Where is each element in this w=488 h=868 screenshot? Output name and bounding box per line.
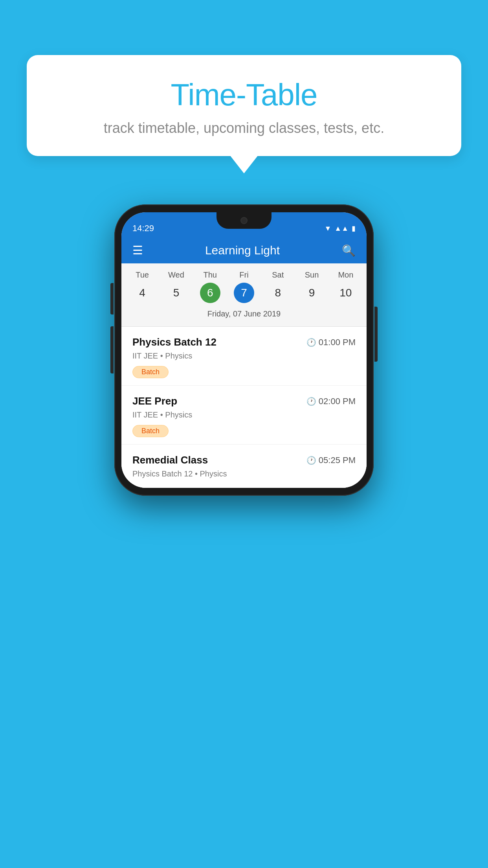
schedule-item-3-title: Remedial Class xyxy=(132,454,208,466)
tooltip-title: Time-Table xyxy=(50,77,438,113)
signal-icon: ▲▲ xyxy=(334,224,349,233)
schedule-item-2-time: 🕐 02:00 PM xyxy=(306,396,356,406)
tooltip-subtitle: track timetable, upcoming classes, tests… xyxy=(50,120,438,136)
wifi-icon: ▼ xyxy=(325,224,332,233)
day-label-mon: Mon xyxy=(329,270,363,280)
day-4[interactable]: 4 xyxy=(132,283,152,303)
day-label-sat: Sat xyxy=(261,270,295,280)
schedule-item-3-sub: Physics Batch 12 • Physics xyxy=(132,469,356,478)
schedule-item-3-header: Remedial Class 🕐 05:25 PM xyxy=(132,454,356,466)
phone-button-left2 xyxy=(110,326,114,373)
day-numbers: 4 5 6 7 8 9 10 xyxy=(125,283,363,303)
battery-icon: ▮ xyxy=(352,224,356,233)
phone-camera xyxy=(240,217,248,224)
day-6-today[interactable]: 6 xyxy=(200,283,220,303)
schedule-item-1-header: Physics Batch 12 🕐 01:00 PM xyxy=(132,336,356,348)
schedule-item-2[interactable]: JEE Prep 🕐 02:00 PM IIT JEE • Physics Ba… xyxy=(121,386,367,445)
clock-icon-1: 🕐 xyxy=(306,338,316,347)
phone-button-left1 xyxy=(110,283,114,314)
schedule-item-3[interactable]: Remedial Class 🕐 05:25 PM Physics Batch … xyxy=(121,445,367,488)
schedule-item-2-title: JEE Prep xyxy=(132,395,177,407)
day-label-tue: Tue xyxy=(125,270,159,280)
schedule-list: Physics Batch 12 🕐 01:00 PM IIT JEE • Ph… xyxy=(121,327,367,488)
schedule-item-1-time: 🕐 01:00 PM xyxy=(306,337,356,348)
phone-button-right xyxy=(374,307,378,362)
schedule-item-2-badge: Batch xyxy=(132,425,169,437)
status-time: 14:29 xyxy=(132,223,154,234)
schedule-item-3-time: 🕐 05:25 PM xyxy=(306,455,356,465)
day-10[interactable]: 10 xyxy=(336,283,356,303)
phone-notch xyxy=(216,212,272,229)
day-9[interactable]: 9 xyxy=(302,283,322,303)
clock-icon-2: 🕐 xyxy=(306,397,316,406)
phone-mockup: 14:29 ▼ ▲▲ ▮ ☰ Learning Light 🔍 Tue Wed … xyxy=(114,204,374,496)
day-label-thu: Thu xyxy=(193,270,227,280)
hamburger-icon[interactable]: ☰ xyxy=(132,245,143,256)
day-7-selected[interactable]: 7 xyxy=(234,283,254,303)
app-title: Learning Light xyxy=(205,244,280,257)
schedule-item-1[interactable]: Physics Batch 12 🕐 01:00 PM IIT JEE • Ph… xyxy=(121,327,367,386)
phone-screen: 14:29 ▼ ▲▲ ▮ ☰ Learning Light 🔍 Tue Wed … xyxy=(121,212,367,488)
tooltip-card: Time-Table track timetable, upcoming cla… xyxy=(27,55,461,156)
day-5[interactable]: 5 xyxy=(166,283,186,303)
day-label-fri: Fri xyxy=(227,270,261,280)
status-icons: ▼ ▲▲ ▮ xyxy=(325,224,356,233)
schedule-item-1-title: Physics Batch 12 xyxy=(132,336,216,348)
day-label-wed: Wed xyxy=(159,270,193,280)
clock-icon-3: 🕐 xyxy=(306,456,316,465)
day-label-sun: Sun xyxy=(295,270,328,280)
day-labels: Tue Wed Thu Fri Sat Sun Mon xyxy=(125,270,363,280)
calendar-strip: Tue Wed Thu Fri Sat Sun Mon 4 5 6 7 8 9 … xyxy=(121,263,367,326)
app-bar: ☰ Learning Light 🔍 xyxy=(121,237,367,263)
selected-date: Friday, 07 June 2019 xyxy=(125,307,363,324)
schedule-item-1-sub: IIT JEE • Physics xyxy=(132,351,356,360)
schedule-item-2-header: JEE Prep 🕐 02:00 PM xyxy=(132,395,356,407)
day-8[interactable]: 8 xyxy=(268,283,288,303)
search-icon[interactable]: 🔍 xyxy=(342,244,356,257)
schedule-item-1-badge: Batch xyxy=(132,366,169,378)
phone-frame: 14:29 ▼ ▲▲ ▮ ☰ Learning Light 🔍 Tue Wed … xyxy=(114,204,374,496)
schedule-item-2-sub: IIT JEE • Physics xyxy=(132,410,356,419)
